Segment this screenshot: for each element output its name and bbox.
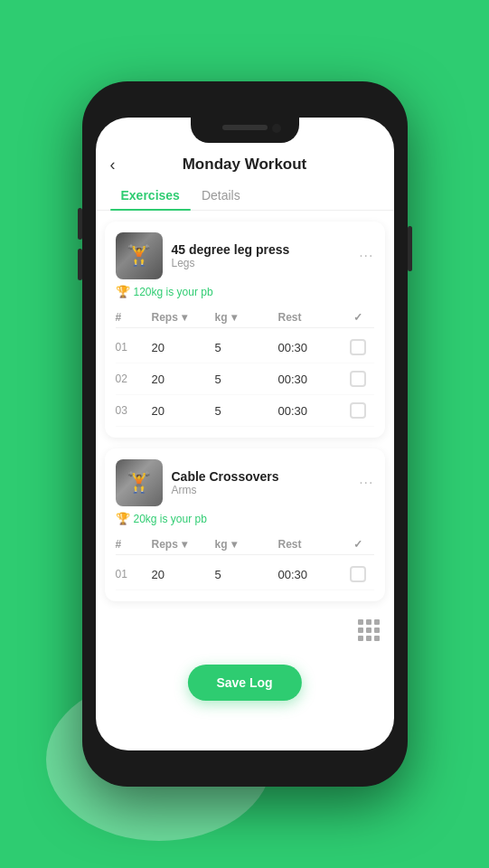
checkbox-1-1[interactable]	[350, 339, 366, 355]
exercise-muscle-2: Arms	[172, 484, 360, 496]
check-header-icon-2: ✓	[353, 538, 362, 551]
pb-text-1: 120kg is your pb	[134, 286, 213, 298]
kg-1-1[interactable]: 5	[215, 341, 278, 354]
th-rest-1: Rest	[278, 311, 342, 324]
th-num-1: #	[116, 311, 152, 324]
grid-dot	[374, 636, 380, 641]
exercise-muscle-1: Legs	[172, 257, 360, 269]
camera	[272, 124, 281, 133]
vol-up-button[interactable]	[78, 208, 82, 240]
set-table-2: # Reps ▾ kg ▾ Rest ✓	[116, 534, 374, 590]
kg-1-3[interactable]: 5	[215, 404, 278, 418]
kg-1-2[interactable]: 5	[215, 373, 278, 386]
rest-1-1: 00:30	[278, 341, 342, 354]
back-button[interactable]: ‹	[110, 156, 116, 175]
th-reps-2[interactable]: Reps ▾	[152, 538, 215, 551]
reps-1-2[interactable]: 20	[152, 373, 215, 386]
rest-1-3: 00:30	[278, 404, 342, 418]
set-table-1: # Reps ▾ kg ▾ Rest ✓	[116, 307, 374, 427]
phone-screen: ‹ Monday Workout Exercises Details 🏋️	[96, 118, 394, 750]
kg-dropdown-icon-1[interactable]: ▾	[231, 311, 237, 324]
trophy-icon-2: 🏆	[116, 512, 130, 525]
set-num-1-2: 02	[116, 373, 152, 385]
th-kg-1[interactable]: kg ▾	[215, 311, 278, 324]
grid-dot	[358, 636, 363, 641]
reps-dropdown-icon-1[interactable]: ▾	[182, 311, 187, 324]
exercise-name-2: Cable Crossovers	[172, 469, 360, 484]
screen-content: ‹ Monday Workout Exercises Details 🏋️	[96, 118, 394, 750]
save-log-button[interactable]: Save Log	[187, 665, 301, 701]
exercise-info-2: Cable Crossovers Arms	[172, 469, 360, 496]
grid-menu	[96, 612, 394, 652]
pb-text-2: 20kg is your pb	[134, 513, 207, 525]
table-row-2-1: 01 20 5 00:30	[116, 559, 374, 590]
checkbox-1-2[interactable]	[350, 371, 366, 387]
exercise-thumb-1: 🏋️	[116, 232, 163, 279]
grid-dot	[366, 619, 371, 625]
tabs-container: Exercises Details	[96, 181, 394, 211]
phone-frame: ‹ Monday Workout Exercises Details 🏋️	[82, 81, 408, 787]
check-header-icon-1: ✓	[353, 311, 362, 324]
tab-exercises[interactable]: Exercises	[110, 181, 191, 210]
kg-dropdown-icon-2[interactable]: ▾	[231, 538, 237, 551]
thumb-img-cable: 🏋️	[116, 459, 163, 506]
exercise-header-1: 🏋️ 45 degree leg press Legs ···	[116, 232, 374, 279]
checkbox-2-1[interactable]	[350, 566, 366, 582]
pb-badge-1: 🏆 120kg is your pb	[116, 285, 374, 298]
reps-1-1[interactable]: 20	[152, 341, 215, 354]
th-check-1: ✓	[342, 311, 374, 324]
power-button[interactable]	[408, 226, 412, 271]
tab-details[interactable]: Details	[191, 181, 251, 210]
grid-dot	[374, 627, 380, 633]
speaker	[222, 125, 268, 130]
grid-dot	[366, 627, 371, 633]
grid-dot	[366, 636, 371, 641]
th-check-2: ✓	[342, 538, 374, 551]
notch	[191, 118, 299, 143]
rest-1-2: 00:30	[278, 373, 342, 386]
set-num-1-3: 03	[116, 404, 152, 417]
grid-icon[interactable]	[358, 619, 380, 641]
header: ‹ Monday Workout	[96, 143, 394, 181]
exercise-header-2: 🏋️ Cable Crossovers Arms ···	[116, 459, 374, 506]
exercise-card-2: 🏋️ Cable Crossovers Arms ··· 🏆 20kg is y…	[105, 448, 385, 601]
reps-1-3[interactable]: 20	[152, 404, 215, 418]
kg-2-1[interactable]: 5	[215, 568, 278, 581]
table-row-1-1: 01 20 5 00:30	[116, 332, 374, 363]
more-button-1[interactable]: ···	[359, 248, 373, 264]
trophy-icon-1: 🏆	[116, 285, 130, 298]
set-num-2-1: 01	[116, 568, 152, 580]
table-header-2: # Reps ▾ kg ▾ Rest ✓	[116, 534, 374, 555]
reps-dropdown-icon-2[interactable]: ▾	[182, 538, 187, 551]
thumb-img-leg-press: 🏋️	[116, 232, 163, 279]
exercise-name-1: 45 degree leg press	[172, 242, 360, 257]
checkbox-1-3[interactable]	[350, 402, 366, 419]
exercise-card-1: 🏋️ 45 degree leg press Legs ··· 🏆 120kg …	[105, 222, 385, 438]
grid-dot	[358, 627, 363, 633]
set-num-1-1: 01	[116, 341, 152, 354]
rest-2-1: 00:30	[278, 568, 342, 581]
exercise-info-1: 45 degree leg press Legs	[172, 242, 360, 269]
th-kg-2[interactable]: kg ▾	[215, 538, 278, 551]
th-reps-1[interactable]: Reps ▾	[152, 311, 215, 324]
vol-down-button[interactable]	[78, 249, 82, 280]
table-header-1: # Reps ▾ kg ▾ Rest ✓	[116, 307, 374, 328]
table-row-1-2: 02 20 5 00:30	[116, 363, 374, 395]
more-button-2[interactable]: ···	[359, 475, 373, 491]
grid-dot	[374, 619, 380, 625]
grid-dot	[358, 619, 363, 625]
pb-badge-2: 🏆 20kg is your pb	[116, 512, 374, 525]
reps-2-1[interactable]: 20	[152, 568, 215, 581]
th-rest-2: Rest	[278, 538, 342, 551]
exercise-thumb-2: 🏋️	[116, 459, 163, 506]
page-title: Monday Workout	[183, 156, 307, 174]
th-num-2: #	[116, 538, 152, 551]
table-row-1-3: 03 20 5 00:30	[116, 395, 374, 427]
